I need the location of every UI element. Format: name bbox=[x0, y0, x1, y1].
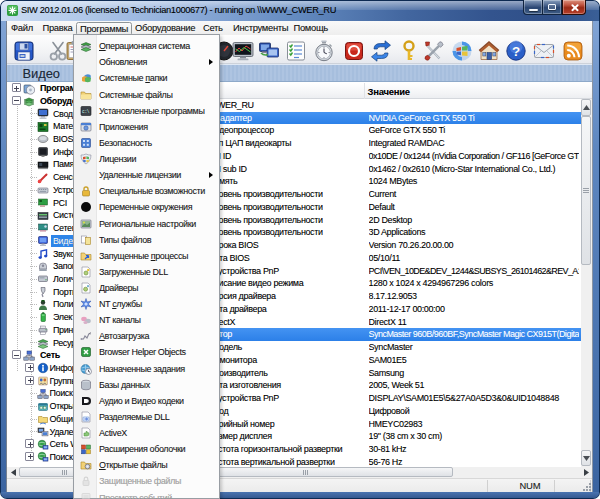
svg-text:?: ? bbox=[512, 44, 520, 59]
svg-text:c:\: c:\ bbox=[82, 108, 90, 113]
